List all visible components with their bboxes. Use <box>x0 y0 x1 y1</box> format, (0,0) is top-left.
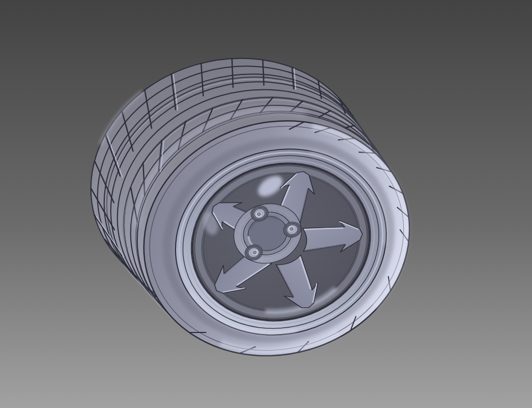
cad-viewport-background <box>0 0 532 408</box>
wheel-3d-render[interactable] <box>0 0 532 408</box>
